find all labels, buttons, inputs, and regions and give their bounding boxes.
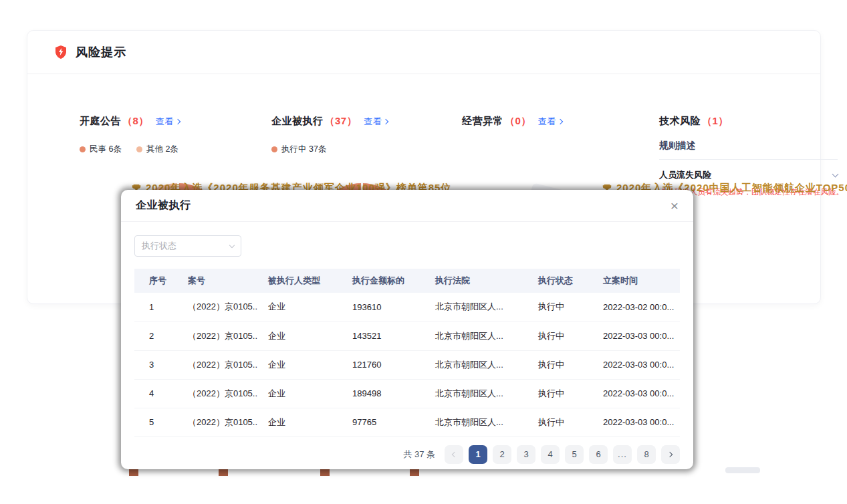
chevron-left-icon [452, 451, 457, 457]
table-header-row: 序号 案号 被执行人类型 执行金额标的 执行法院 执行状态 立案时间 [134, 269, 680, 293]
page-button-8[interactable]: 8 [637, 445, 656, 464]
page-button-2[interactable]: 2 [493, 445, 511, 464]
card-title: 风险提示 [76, 44, 126, 60]
pagination: 共 37 条 1 2 3 4 5 6 ... 8 [134, 445, 680, 464]
legend-dot-executing [271, 146, 277, 152]
section-title-text: 企业被执行 [271, 115, 324, 128]
chevron-right-icon [383, 118, 388, 124]
section-count: （1） [702, 115, 729, 128]
col-header: 案号 [177, 269, 257, 293]
execution-status-select[interactable]: 执行状态 [134, 235, 241, 257]
section-count: （37） [325, 115, 358, 128]
chevron-down-icon [832, 171, 839, 178]
section-count: （0） [505, 115, 531, 128]
hearing-legend: 民事 6条 其他 2条 [80, 144, 178, 155]
select-placeholder: 执行状态 [142, 240, 176, 252]
legend-item: 执行中 37条 [271, 144, 326, 155]
col-header: 立案时间 [592, 269, 680, 293]
col-header: 序号 [134, 269, 177, 293]
background-fragment [725, 467, 760, 473]
section-operation-abnormal: 经营异常 （0） 查看 [462, 115, 562, 128]
col-header: 执行状态 [527, 269, 592, 293]
page-button-3[interactable]: 3 [517, 445, 535, 464]
page-button-5[interactable]: 5 [565, 445, 584, 464]
modal-body: 执行状态 序号 案号 被执行人类型 执行金额标的 执行法院 执行状态 立案时间 [121, 222, 693, 469]
legend-dot-civil [80, 146, 86, 152]
modal-title: 企业被执行 [136, 199, 191, 213]
execution-legend: 执行中 37条 [271, 144, 326, 155]
section-tech-risk: 技术风险 （1） [659, 115, 730, 128]
page-button-1[interactable]: 1 [469, 445, 487, 464]
legend-item: 其他 2条 [136, 144, 178, 155]
table-row[interactable]: 2 （2022）京0105... 企业 143521 北京市朝阳区人... 执行… [134, 322, 680, 350]
execution-modal: 企业被执行 × 执行状态 序号 案号 被执行人类型 执行金额标的 执行法院 执行… [121, 190, 693, 469]
total-count-label: 共 37 条 [403, 449, 435, 461]
section-hearing-announcement: 开庭公告 （8） 查看 [80, 115, 180, 128]
section-count: （8） [122, 115, 149, 128]
rule-description-label: 规则描述 [659, 140, 695, 152]
view-execution-link[interactable]: 查看 [364, 116, 388, 128]
risk-collapse-row[interactable]: 人员流失风险 [659, 169, 838, 181]
close-icon[interactable]: × [671, 199, 679, 213]
section-enterprise-execution: 企业被执行 （37） 查看 [271, 115, 388, 128]
chevron-right-icon [558, 118, 563, 124]
view-hearing-link[interactable]: 查看 [156, 116, 180, 128]
view-abnormal-link[interactable]: 查看 [538, 116, 562, 128]
chevron-right-icon [667, 451, 673, 457]
col-header: 执行法院 [425, 269, 527, 293]
page-button-4[interactable]: 4 [541, 445, 560, 464]
legend-dot-other [136, 146, 142, 152]
prev-page-button[interactable] [445, 445, 463, 464]
page-ellipsis[interactable]: ... [613, 445, 632, 464]
section-title-text: 开庭公告 [80, 115, 121, 128]
section-title-text: 经营异常 [462, 115, 503, 128]
risk-card-header: 风险提示 [27, 31, 820, 74]
modal-header: 企业被执行 × [121, 190, 693, 222]
risk-shield-icon [53, 44, 69, 60]
table-row[interactable]: 5 （2022）京0105... 企业 97765 北京市朝阳区人... 执行中… [134, 408, 680, 436]
table-row[interactable]: 1 （2022）京0105... 企业 193610 北京市朝阳区人... 执行… [134, 293, 680, 322]
legend-item: 民事 6条 [80, 144, 122, 155]
next-page-button[interactable] [661, 445, 680, 464]
page-button-6[interactable]: 6 [589, 445, 608, 464]
risk-title: 人员流失风险 [659, 169, 711, 181]
divider [659, 159, 838, 160]
chevron-right-icon [175, 118, 180, 124]
chevron-down-icon [229, 242, 235, 247]
table-row[interactable]: 3 （2022）京0105... 企业 121760 北京市朝阳区人... 执行… [134, 350, 680, 379]
execution-table: 序号 案号 被执行人类型 执行金额标的 执行法院 执行状态 立案时间 1 （20… [134, 269, 680, 437]
col-header: 被执行人类型 [257, 269, 342, 293]
table-row[interactable]: 4 （2022）京0105... 企业 189498 北京市朝阳区人... 执行… [134, 379, 680, 408]
section-title-text: 技术风险 [659, 115, 701, 128]
col-header: 执行金额标的 [342, 269, 425, 293]
